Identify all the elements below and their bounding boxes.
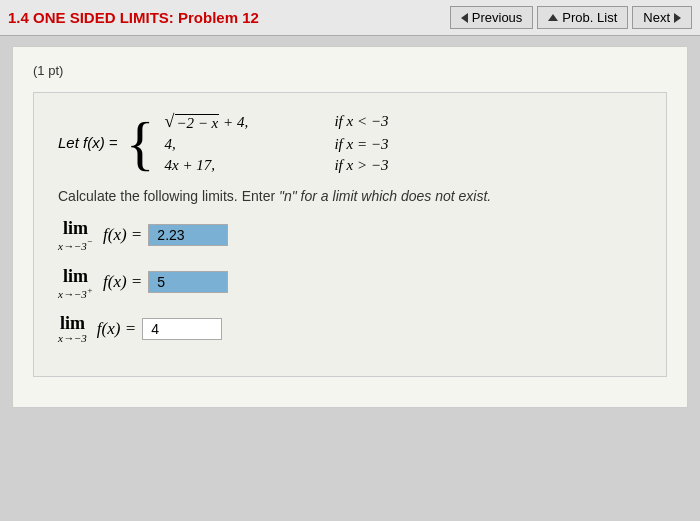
case-row-1: √−2 − x + 4, if x < −3 <box>164 111 388 132</box>
page-header: 1.4 ONE SIDED LIMITS: Problem 12 Previou… <box>0 0 700 36</box>
lim-sub-1: x→−3− <box>58 237 93 252</box>
limit-row-1: lim x→−3− f(x) = 2.23 <box>58 218 642 252</box>
case-cond-1: if x < −3 <box>334 113 388 130</box>
answer-input-3[interactable]: 4 <box>142 318 222 340</box>
lim-fx-2: f(x) = <box>103 272 142 292</box>
content-area: (1 pt) Let f(x) = { √−2 − x + 4, if x < … <box>12 46 688 408</box>
case-cond-3: if x > −3 <box>334 157 388 174</box>
case-expr-3: 4x + 17, <box>164 157 304 174</box>
limit-row-3: lim x→−3 f(x) = 4 <box>58 313 642 344</box>
lim-word-2: lim <box>63 266 88 287</box>
page-title: 1.4 ONE SIDED LIMITS: Problem 12 <box>8 9 446 26</box>
lim-expr-2: lim x→−3+ <box>58 266 93 300</box>
lim-expr-3: lim x→−3 <box>58 313 87 344</box>
lim-word-1: lim <box>63 218 88 239</box>
next-button[interactable]: Next <box>632 6 692 29</box>
answer-input-1[interactable]: 2.23 <box>148 224 228 246</box>
arrow-up-icon <box>548 14 558 21</box>
points-label: (1 pt) <box>33 63 667 78</box>
arrow-left-icon <box>461 13 468 23</box>
problem-box: Let f(x) = { √−2 − x + 4, if x < −3 4, i… <box>33 92 667 377</box>
limit-row-2: lim x→−3+ f(x) = 5 <box>58 266 642 300</box>
lim-expr-1: lim x→−3− <box>58 218 93 252</box>
arrow-right-icon <box>674 13 681 23</box>
instructions: Calculate the following limits. Enter "n… <box>58 188 642 204</box>
case-expr-2: 4, <box>164 136 304 153</box>
case-row-2: 4, if x = −3 <box>164 136 388 153</box>
case-expr-1: √−2 − x + 4, <box>164 111 304 132</box>
cases-container: √−2 − x + 4, if x < −3 4, if x = −3 4x +… <box>164 111 388 174</box>
previous-button[interactable]: Previous <box>450 6 534 29</box>
lim-sub-3: x→−3 <box>58 332 87 344</box>
left-brace: { <box>126 113 155 173</box>
answer-input-2[interactable]: 5 <box>148 271 228 293</box>
lim-fx-1: f(x) = <box>103 225 142 245</box>
lim-sub-2: x→−3+ <box>58 285 93 300</box>
case-cond-2: if x = −3 <box>334 136 388 153</box>
case-row-3: 4x + 17, if x > −3 <box>164 157 388 174</box>
lim-word-3: lim <box>60 313 85 334</box>
let-label: Let f(x) = <box>58 134 118 151</box>
lim-fx-3: f(x) = <box>97 319 136 339</box>
prob-list-button[interactable]: Prob. List <box>537 6 628 29</box>
piecewise-function: Let f(x) = { √−2 − x + 4, if x < −3 4, i… <box>58 111 642 174</box>
